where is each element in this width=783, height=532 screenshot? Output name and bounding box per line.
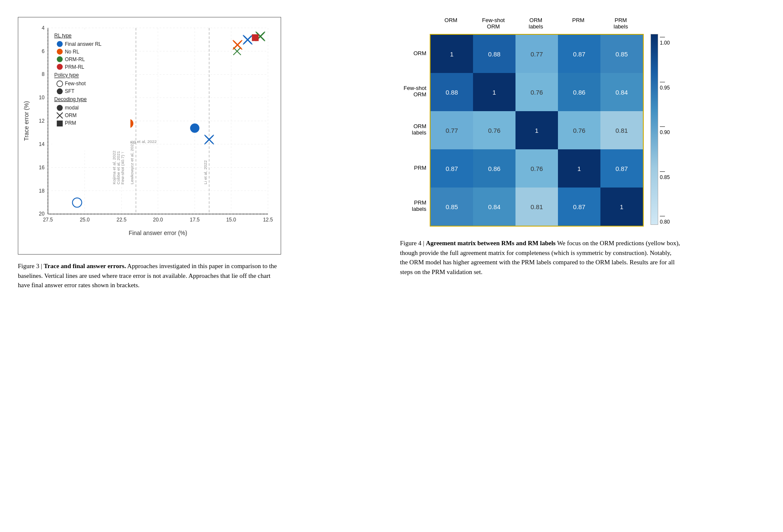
svg-text:12: 12 bbox=[39, 118, 45, 124]
colorbar-label-0.85: — 0.85 bbox=[660, 168, 672, 180]
svg-text:4: 4 bbox=[42, 25, 45, 31]
scatter-chart: 27.5 25.0 22.5 20.0 17.5 15.0 12.5 Final… bbox=[18, 17, 281, 255]
cell-4-4: 1 bbox=[600, 188, 643, 226]
cell-3-1: 0.86 bbox=[473, 149, 515, 188]
main-container: 27.5 25.0 22.5 20.0 17.5 15.0 12.5 Final… bbox=[9, 8, 774, 299]
svg-text:SFT: SFT bbox=[65, 88, 75, 94]
cell-2-2: 1 bbox=[515, 111, 558, 149]
col-header-3: PRM bbox=[557, 17, 600, 32]
svg-text:ORM-RL: ORM-RL bbox=[65, 56, 85, 62]
svg-point-68 bbox=[57, 64, 63, 70]
svg-text:PRM: PRM bbox=[65, 120, 76, 126]
svg-point-64 bbox=[57, 49, 63, 55]
svg-text:18: 18 bbox=[39, 188, 45, 194]
row-header-4: PRMlabels bbox=[400, 187, 430, 225]
svg-text:6: 6 bbox=[42, 48, 45, 54]
row-header-0: ORM bbox=[400, 34, 430, 72]
cell-0-0: 1 bbox=[431, 35, 473, 73]
svg-text:modal: modal bbox=[65, 105, 79, 111]
cell-2-0: 0.77 bbox=[431, 111, 473, 149]
svg-text:10: 10 bbox=[39, 95, 45, 101]
heatmap-body: ORM Few-shotORM ORMlabels PRM PRMlabels … bbox=[400, 34, 765, 227]
data-point-final-rl-sft bbox=[190, 123, 200, 133]
x-axis-label: Final answer error (%) bbox=[129, 230, 187, 236]
svg-text:PRM-RL: PRM-RL bbox=[65, 64, 84, 70]
svg-text:Few-shot (40.7) ↑: Few-shot (40.7) ↑ bbox=[120, 151, 125, 184]
left-panel: 27.5 25.0 22.5 20.0 17.5 15.0 12.5 Final… bbox=[18, 17, 383, 290]
svg-text:15.0: 15.0 bbox=[226, 217, 237, 223]
colorbar-label-1.00: — 1.00 bbox=[660, 34, 672, 46]
svg-text:20.0: 20.0 bbox=[153, 217, 163, 223]
cell-4-2: 0.81 bbox=[515, 188, 558, 226]
row-header-2: ORMlabels bbox=[400, 110, 430, 148]
svg-text:27.5: 27.5 bbox=[43, 217, 53, 223]
cell-2-4: 0.81 bbox=[600, 111, 643, 149]
data-point-norl-sft-orm bbox=[233, 40, 242, 50]
cell-1-0: 0.88 bbox=[431, 73, 473, 111]
cell-1-4: 0.84 bbox=[600, 73, 643, 111]
col-header-2: ORMlabels bbox=[515, 17, 557, 32]
svg-text:No RL: No RL bbox=[65, 49, 79, 55]
cell-0-1: 0.88 bbox=[473, 35, 515, 73]
colorbar bbox=[651, 34, 658, 225]
cell-1-2: 0.76 bbox=[515, 73, 558, 111]
svg-text:14: 14 bbox=[39, 141, 45, 147]
colorbar-label-0.80: — 0.80 bbox=[660, 213, 672, 225]
svg-text:17.5: 17.5 bbox=[190, 217, 200, 223]
right-panel: ORM Few-shotORM ORMlabels PRM PRMlabels … bbox=[400, 17, 765, 290]
col-header-1: Few-shotORM bbox=[472, 17, 515, 32]
row-header-1: Few-shotORM bbox=[400, 72, 430, 110]
colorbar-label-0.95: — 0.95 bbox=[660, 79, 672, 91]
figure3-caption: Figure 3 | Trace and final answer errors… bbox=[18, 261, 281, 290]
svg-text:Few-shot: Few-shot bbox=[65, 81, 86, 87]
data-point-prmrl-sft-prm bbox=[252, 34, 259, 41]
heatmap-container: ORM Few-shotORM ORMlabels PRM PRMlabels … bbox=[400, 17, 765, 227]
cell-2-1: 0.76 bbox=[473, 111, 515, 149]
svg-text:12.5: 12.5 bbox=[263, 217, 273, 223]
col-header-4: PRMlabels bbox=[600, 17, 642, 32]
colorbar-labels: — 1.00 — 0.95 — 0.90 — 0.85 — 0.80 bbox=[660, 34, 672, 225]
figure4-bold: Agreement matrix between RMs and RM labe… bbox=[426, 240, 556, 246]
svg-text:Policy type: Policy type bbox=[54, 72, 79, 78]
svg-text:8: 8 bbox=[42, 71, 45, 77]
svg-point-73 bbox=[57, 88, 63, 94]
svg-text:Decoding type: Decoding type bbox=[54, 96, 87, 102]
svg-text:25.0: 25.0 bbox=[80, 217, 90, 223]
svg-point-66 bbox=[57, 56, 63, 62]
heatmap-grid-wrapper: 1 0.88 0.77 0.87 0.85 0.88 1 0.76 0.86 0… bbox=[430, 34, 644, 227]
svg-rect-81 bbox=[57, 120, 63, 126]
cell-4-1: 0.84 bbox=[473, 188, 515, 226]
svg-text:16: 16 bbox=[39, 165, 45, 171]
svg-text:Li et al, 2022: Li et al, 2022 bbox=[203, 160, 208, 184]
svg-point-76 bbox=[57, 105, 63, 111]
colorbar-wrapper: — 1.00 — 0.95 — 0.90 — 0.85 — 0.80 bbox=[651, 34, 672, 225]
cell-3-3: 1 bbox=[558, 149, 600, 188]
cell-0-4: 0.85 bbox=[600, 35, 643, 73]
data-point-final-rl-fewshot bbox=[73, 198, 82, 207]
svg-text:RL type: RL type bbox=[54, 33, 72, 39]
cell-1-1: 1 bbox=[473, 73, 515, 111]
data-point-final-rl-sft-orm bbox=[243, 35, 252, 45]
figure3-bold: Trace and final answer errors. bbox=[44, 263, 126, 269]
cell-3-4: 0.87 bbox=[600, 149, 643, 188]
cell-4-0: 0.85 bbox=[431, 188, 473, 226]
cell-0-2: 0.77 bbox=[515, 35, 558, 73]
svg-text:ORM: ORM bbox=[65, 112, 77, 118]
svg-rect-60 bbox=[52, 30, 130, 151]
cell-1-3: 0.86 bbox=[558, 73, 600, 111]
svg-point-62 bbox=[57, 41, 63, 47]
svg-text:22.5: 22.5 bbox=[117, 217, 127, 223]
row-header-3: PRM bbox=[400, 148, 430, 187]
cell-3-0: 0.87 bbox=[431, 149, 473, 188]
cell-0-3: 0.87 bbox=[558, 35, 600, 73]
colorbar-label-0.90: — 0.90 bbox=[660, 123, 672, 135]
figure4-number: Figure 4 | bbox=[400, 240, 424, 246]
row-headers: ORM Few-shotORM ORMlabels PRM PRMlabels bbox=[400, 34, 430, 227]
y-axis-label: Trace error (%) bbox=[23, 101, 30, 141]
col-header-0: ORM bbox=[430, 17, 472, 32]
cell-2-3: 0.76 bbox=[558, 111, 600, 149]
cell-4-3: 0.87 bbox=[558, 188, 600, 226]
figure3-number: Figure 3 | bbox=[18, 263, 42, 269]
chart-svg: 27.5 25.0 22.5 20.0 17.5 15.0 12.5 Final… bbox=[23, 22, 276, 250]
colorbar-section: — 1.00 — 0.95 — 0.90 — 0.85 — 0.80 bbox=[651, 34, 672, 227]
